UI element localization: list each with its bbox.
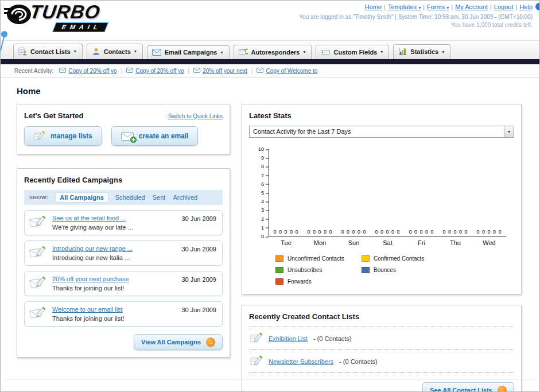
chat-bubble-icon[interactable] [535,3,540,10]
nav-link-templates[interactable]: Templates ▾ [388,3,421,10]
app-logo[interactable]: TURBO EMAIL [4,2,108,32]
get-started-title: Let's Get Started [24,111,84,120]
chart-value-labels: 0 0 0 0 0 [472,229,506,235]
campaign-texts: Welcome to our email list Thanks for joi… [52,305,176,322]
tab-contact-lists[interactable]: Contact Lists ▾ [13,44,83,59]
pencil-paper-icon [34,130,45,142]
campaign-texts: 20% off your next purchase Thanks for jo… [52,275,176,292]
campaign-title-link[interactable]: 20% off your next purchase [52,275,176,282]
nav-link-home[interactable]: Home [365,3,382,10]
y-axis-tick-label: 5 [261,191,264,196]
x-axis-label: Sun [337,239,371,246]
campaign-list-item[interactable]: Introducing our new range ... Introducin… [24,240,223,266]
arrow-right-icon: → [206,337,215,347]
chart-legend: Unconfirmed ContactsConfirmed ContactsUn… [275,255,506,285]
autoresponder-icon [239,48,248,56]
header: TURBO EMAIL Home|Templates ▾|Forms ▾|My … [1,1,539,37]
separator: | [384,3,386,10]
form-field-icon [321,48,330,56]
chart-value-labels: 0 0 0 0 0 [337,229,371,235]
contact-icon [92,47,100,56]
separator: | [490,3,492,10]
tab-contacts[interactable]: Contacts ▾ [87,44,143,59]
campaign-date: 30 Jun 2009 [181,275,216,283]
tab-statistics[interactable]: Statistics ▾ [393,44,450,59]
recent-activity-item[interactable]: 20% off your next [193,68,247,74]
tab-label: Email Campaigns [165,49,217,56]
main-content: Home Let's Get Started Switch to Quick L… [1,78,539,392]
campaign-title-link[interactable]: Introducing our new range ... [52,245,176,252]
x-axis-label: Thu [438,239,472,246]
y-axis-tick-label: 7 [261,173,264,178]
nav-link-forms[interactable]: Forms ▾ [427,3,449,10]
logo-subtitle: EMAIL [52,22,108,32]
tab-custom-fields[interactable]: Custom Fields ▾ [316,45,389,59]
envelope-pencil-icon [29,214,46,230]
legend-label: Unsubscribes [288,267,323,273]
legend-item: Unconfirmed Contacts [275,255,362,262]
tab-email-campaigns[interactable]: Email Campaigns ▾ [147,45,230,59]
chart-y-axis: 012345678910 [255,149,269,236]
recent-activity-link: Copy of 20% off yo [68,68,116,74]
campaign-subtitle: We're giving away our late ... [52,224,176,231]
chart-value-labels: 0 0 0 0 0 [303,229,337,235]
recent-activity-link: Copy of Welcome to [266,68,317,74]
latest-stats-panel: Latest Stats Contact Activity for the La… [242,104,522,294]
nav-link-help[interactable]: Help [519,3,533,10]
latest-stats-title: Latest Stats [249,111,514,120]
recent-activity-item[interactable]: Copy of 20% off yo [126,68,184,74]
filter-all-campaigns[interactable]: All Campaigns [56,193,107,202]
stats-period-value: Contact Activity for the Last 7 Days [250,126,504,137]
campaign-list-item[interactable]: 20% off your next purchase Thanks for jo… [24,271,223,296]
campaign-title-link[interactable]: See us at the retail food ... [52,215,176,222]
see-all-contact-lists-button[interactable]: See All Contact Lists → [422,382,514,392]
campaign-list-item[interactable]: See us at the retail food ... We're givi… [24,210,223,235]
campaign-date: 30 Jun 2009 [181,214,216,222]
campaign-list-item[interactable]: Welcome to our email list Thanks for joi… [24,301,223,327]
legend-item: Unsubscribes [275,267,362,273]
envelope-icon [257,68,263,74]
nav-link-logout[interactable]: Logout [494,3,514,10]
contact-list-item[interactable]: Exhibition List - (0 Contacts) [249,327,514,350]
envelope-pencil-icon [29,244,46,261]
arrow-right-icon: → [498,386,507,392]
create-email-button[interactable]: create an email [111,126,199,146]
filter-archived[interactable]: Archived [173,194,197,201]
chevron-down-icon: ▾ [446,5,449,10]
pencil-paper-icon [250,355,263,368]
y-axis-tick-label: 3 [261,208,264,213]
manage-lists-button[interactable]: manage lists [24,126,102,146]
separator: | [451,3,453,10]
legend-item: Confirmed Contacts [362,255,448,262]
contact-list-link[interactable]: Newsletter Subscribers [269,358,333,365]
view-all-campaigns-button[interactable]: View All Campaigns → [134,334,223,350]
filter-sent[interactable]: Sent [153,194,166,201]
chevron-down-icon: ▾ [134,49,137,54]
contact-list-link[interactable]: Exhibition List [269,335,308,342]
legend-item: Bounces [362,267,448,273]
chart-value-labels: 0 0 0 0 0 [269,229,303,235]
y-axis-tick-label: 10 [258,147,264,152]
nav-link-my-account[interactable]: My Account [455,3,488,10]
contact-list-count: - (0 Contacts) [313,335,352,342]
tab-autoresponders[interactable]: Autoresponders ▾ [234,45,312,59]
contact-list-item[interactable]: Newsletter Subscribers - (0 Contacts) [249,350,514,373]
campaign-title-link[interactable]: Welcome to our email list [52,306,176,313]
recent-activity-item[interactable]: Copy of Welcome to [257,68,317,74]
chart-x-labels: TueMonSunSatFriThuWed [269,239,506,246]
legend-item: Forwards [275,278,362,285]
chevron-down-icon: ▾ [380,49,383,55]
recent-activity-item[interactable]: Copy of 20% off yo [59,68,116,74]
stats-period-dropdown[interactable]: Contact Activity for the Last 7 Days ▾ [249,126,514,138]
x-axis-label: Tue [269,239,303,246]
x-axis-label: Wed [472,239,506,246]
filter-scheduled[interactable]: Scheduled [115,194,145,201]
tab-label: Custom Fields [333,49,377,56]
manage-lists-label: manage lists [50,132,92,140]
y-axis-tick-label: 0 [261,234,264,239]
separator: | [188,68,190,74]
right-column: Latest Stats Contact Activity for the La… [242,104,522,392]
legend-label: Unconfirmed Contacts [288,255,344,262]
footer-divider [5,379,535,379]
switch-quick-links-link[interactable]: Switch to Quick Links [168,113,223,119]
